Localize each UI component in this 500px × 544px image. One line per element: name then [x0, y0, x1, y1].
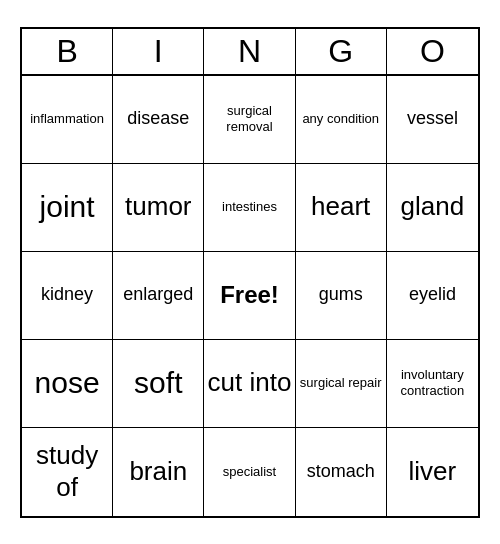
cell-r3-c1: soft [113, 340, 204, 428]
cell-r1-c4: gland [387, 164, 478, 252]
cell-r0-c2: surgical removal [204, 76, 295, 164]
header-letter: G [296, 29, 387, 74]
cell-r2-c3: gums [296, 252, 387, 340]
cell-r4-c2: specialist [204, 428, 295, 516]
cell-r0-c3: any condition [296, 76, 387, 164]
cell-r2-c4: eyelid [387, 252, 478, 340]
bingo-card: BINGO inflammationdiseasesurgical remova… [20, 27, 480, 518]
header-letter: B [22, 29, 113, 74]
bingo-grid: inflammationdiseasesurgical removalany c… [22, 76, 478, 516]
cell-r4-c0: study of [22, 428, 113, 516]
header-letter: O [387, 29, 478, 74]
cell-r0-c4: vessel [387, 76, 478, 164]
cell-r4-c1: brain [113, 428, 204, 516]
cell-r4-c4: liver [387, 428, 478, 516]
cell-r3-c4: involuntary contraction [387, 340, 478, 428]
header-letter: I [113, 29, 204, 74]
cell-r3-c2: cut into [204, 340, 295, 428]
bingo-header: BINGO [22, 29, 478, 76]
cell-r2-c1: enlarged [113, 252, 204, 340]
cell-r1-c2: intestines [204, 164, 295, 252]
cell-r1-c3: heart [296, 164, 387, 252]
cell-r3-c0: nose [22, 340, 113, 428]
cell-r4-c3: stomach [296, 428, 387, 516]
cell-r3-c3: surgical repair [296, 340, 387, 428]
cell-r0-c0: inflammation [22, 76, 113, 164]
cell-r2-c0: kidney [22, 252, 113, 340]
header-letter: N [204, 29, 295, 74]
cell-r0-c1: disease [113, 76, 204, 164]
cell-r1-c0: joint [22, 164, 113, 252]
cell-r1-c1: tumor [113, 164, 204, 252]
cell-r2-c2: Free! [204, 252, 295, 340]
